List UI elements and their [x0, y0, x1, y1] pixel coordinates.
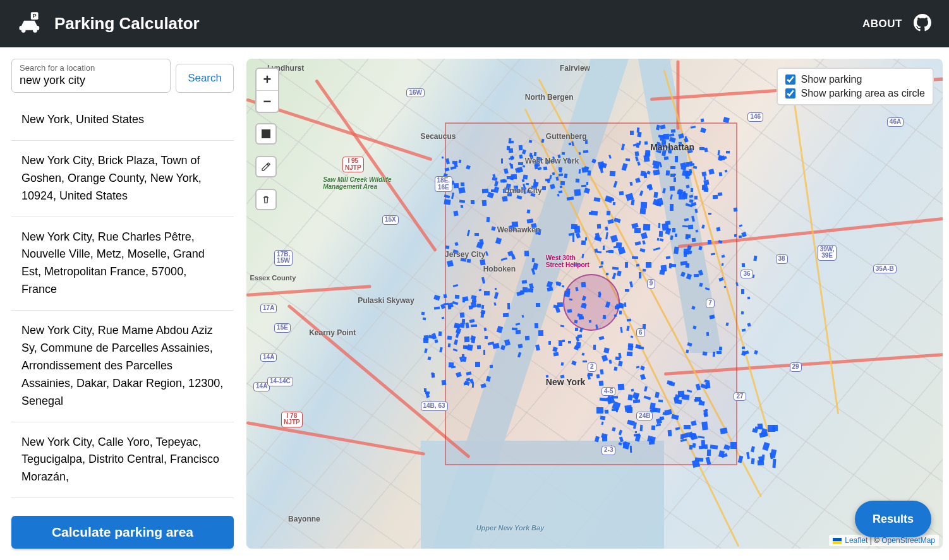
list-item[interactable]: New York City, Rue Charles Pêtre, Nouvel… [11, 217, 234, 311]
logo-wrap: P Parking Calculator [18, 12, 200, 36]
route-shield: 46A [887, 117, 904, 127]
route-shield: 29 [790, 362, 802, 372]
route-shield: 24B [636, 412, 653, 421]
route-shield: 36 [740, 270, 753, 279]
map-label: New York [546, 377, 586, 387]
route-shield: 17B, 15W [274, 250, 293, 266]
route-shield: 16W [406, 88, 425, 98]
trash-icon [261, 194, 271, 205]
search-row: Search for a location Search [11, 59, 234, 93]
map-label: Essex County [250, 274, 296, 282]
search-container[interactable]: Search for a location [11, 59, 171, 93]
flag-icon [833, 538, 842, 544]
map-label: Upper New York Bay [476, 524, 545, 532]
layer-label: Show parking area as circle [801, 88, 925, 99]
svg-text:P: P [33, 13, 37, 19]
route-shield: 27 [734, 392, 746, 402]
edit-shapes-button[interactable] [255, 156, 277, 177]
route-shield: 2 [588, 362, 596, 372]
route-shield: 14B, 63 [421, 402, 448, 411]
route-shield: 2-3 [601, 446, 615, 455]
attribution-sep: | © [870, 536, 882, 545]
delete-shapes-button[interactable] [255, 189, 277, 210]
search-input[interactable] [20, 73, 162, 87]
layer-panel: Show parking Show parking area as circle [777, 68, 934, 105]
search-label: Search for a location [20, 63, 162, 73]
layer-label: Show parking [801, 74, 862, 85]
route-shield: 14-14C [267, 377, 293, 386]
map-label: Guttenberg [546, 132, 587, 141]
route-shield: 14A [260, 353, 277, 362]
map-label: Weehawken [497, 225, 540, 234]
app-header: P Parking Calculator ABOUT [0, 0, 949, 47]
route-shield: 9 [647, 279, 656, 289]
calculate-button[interactable]: Calculate parking area [11, 516, 234, 549]
osm-link[interactable]: OpenStreetMap [881, 536, 935, 545]
about-link[interactable]: ABOUT [862, 18, 902, 30]
route-shield: 35A-B [873, 265, 897, 274]
zoom-out-button[interactable]: − [257, 90, 278, 112]
map-label: North Bergen [525, 93, 574, 102]
route-shield: I 95 NJTP [342, 157, 364, 172]
list-item[interactable]: New York, United States [11, 100, 234, 141]
map-container: Lyndhurst Fairview North Bergen Secaucus… [246, 59, 943, 549]
route-shield: I 78 NJTP [281, 412, 303, 427]
map-label: Pulaski Skyway [358, 296, 414, 305]
route-shield: 4-5 [601, 387, 615, 396]
layer-toggle-circle[interactable]: Show parking area as circle [785, 88, 925, 99]
route-shield: 146 [747, 112, 763, 122]
map-label: Saw Mill Creek Wildlife Management Area [323, 176, 392, 190]
map-label: Bayonne [288, 515, 320, 523]
app-title: Parking Calculator [54, 14, 200, 33]
route-shield: 17A [260, 304, 277, 313]
route-shield: 6 [636, 328, 645, 338]
list-item[interactable]: New York City, Brick Plaza, Town of Gosh… [11, 141, 234, 217]
sidebar: Search for a location Search New York, U… [11, 59, 234, 549]
route-shield: 18E. 16E [435, 176, 453, 192]
zoom-in-button[interactable]: + [257, 69, 278, 90]
map-label: Hoboken [483, 265, 516, 273]
svg-point-4 [33, 28, 37, 33]
parking-car-icon: P [18, 12, 43, 36]
zoom-control: + − [255, 68, 279, 113]
search-button[interactable]: Search [176, 64, 234, 93]
search-results-list[interactable]: New York, United States New York City, B… [11, 99, 234, 507]
map-label: Kearny Point [309, 328, 356, 337]
map-label: Manhattan [650, 142, 694, 152]
main-content: Search for a location Search New York, U… [0, 47, 949, 560]
map-label: Jersey City [445, 250, 485, 259]
map[interactable]: Lyndhurst Fairview North Bergen Secaucus… [246, 59, 943, 549]
map-label: West New York [525, 157, 579, 165]
list-item[interactable]: New York City, Calle Yoro, Tepeyac, Tegu… [11, 422, 234, 499]
github-link[interactable] [914, 14, 931, 34]
edit-icon [261, 162, 271, 172]
leaflet-link[interactable]: Leaflet [845, 536, 867, 545]
results-fab[interactable]: Results [855, 501, 931, 537]
map-label: Union City [504, 186, 542, 195]
route-shield: 7 [706, 299, 715, 308]
show-circle-checkbox[interactable] [785, 88, 795, 98]
draw-rectangle-button[interactable] [255, 123, 277, 145]
map-label: West 30th Street Heliport [546, 254, 591, 268]
show-parking-checkbox[interactable] [785, 74, 795, 85]
draw-toolbar [255, 123, 277, 210]
route-shield: 38 [776, 254, 788, 264]
route-shield: 15X [382, 215, 399, 225]
route-shield: 15E [274, 323, 291, 333]
route-shield: 39W, 39E [818, 245, 837, 261]
list-item[interactable]: New York City, Rue Mame Abdou Aziz Sy, C… [11, 311, 234, 422]
layer-toggle-parking[interactable]: Show parking [785, 74, 925, 85]
map-label: Secaucus [421, 132, 456, 141]
square-icon [262, 129, 270, 138]
svg-point-3 [21, 28, 26, 33]
map-label: Fairview [560, 64, 590, 73]
github-icon [914, 14, 931, 32]
